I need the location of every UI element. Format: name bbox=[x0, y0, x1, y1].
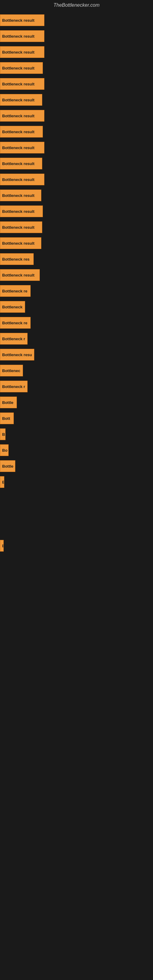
bar-row: Bottle bbox=[0, 458, 153, 474]
bar-row: Bo bbox=[0, 442, 153, 458]
bar-label: Bottleneck result bbox=[2, 82, 34, 86]
bar-label: Bottleneck r bbox=[2, 337, 25, 341]
bottleneck-bar: Bottleneck result bbox=[0, 237, 41, 249]
bar-label: Bottleneck result bbox=[2, 273, 34, 277]
bar-row: Bottleneck resu bbox=[0, 347, 153, 363]
bottleneck-bar: Bottleneck result bbox=[0, 62, 43, 74]
bar-row: Bottleneck result bbox=[0, 60, 153, 76]
bar-label: Bottleneck result bbox=[2, 130, 34, 134]
bar-row: Bottleneck bbox=[0, 299, 153, 315]
bar-row: Bott bbox=[0, 410, 153, 426]
bar-row: B bbox=[0, 426, 153, 442]
bottleneck-bar: B bbox=[0, 540, 4, 552]
bottleneck-bar: Bottleneck resu bbox=[0, 349, 34, 360]
bottleneck-bar: Bottleneck result bbox=[0, 126, 43, 137]
bar-row: Bottleneck result bbox=[0, 44, 153, 60]
bottleneck-bar: Bottleneck result bbox=[0, 142, 45, 153]
bar-row: Bottleneck r bbox=[0, 331, 153, 347]
bar-row: Bottleneck result bbox=[0, 188, 153, 204]
bottleneck-bar: B bbox=[0, 428, 5, 440]
bar-row: B bbox=[0, 538, 153, 554]
site-title: TheBottlenecker.com bbox=[0, 0, 153, 9]
bottleneck-bar: Bottleneck result bbox=[0, 269, 40, 281]
bar-label: Bottleneck r bbox=[2, 384, 25, 389]
bar-row: Bottleneck result bbox=[0, 28, 153, 44]
bar-row bbox=[0, 585, 153, 601]
bottleneck-bar: Bottleneck res bbox=[0, 253, 33, 265]
bar-label: Bottleneck result bbox=[2, 209, 34, 214]
bottleneck-bar: Bottleneck result bbox=[0, 46, 45, 58]
bar-row: Bottleneck result bbox=[0, 156, 153, 172]
bar-row: Bottleneck r bbox=[0, 379, 153, 395]
bar-label: Bo bbox=[2, 448, 7, 453]
bar-label: Bottle bbox=[2, 464, 13, 469]
bar-row: B bbox=[0, 474, 153, 490]
bottleneck-bar: B bbox=[0, 476, 4, 488]
bar-label: Bottleneck result bbox=[2, 98, 34, 102]
bar-label: Bottleneck result bbox=[2, 241, 34, 246]
bar-label: Bottleneck re bbox=[2, 289, 27, 293]
bar-label: Bottleneck result bbox=[2, 18, 34, 23]
bottleneck-bar: Bott bbox=[0, 412, 14, 424]
bar-row: Bottleneck result bbox=[0, 172, 153, 188]
bar-label: Bottleneck result bbox=[2, 114, 34, 118]
bar-row bbox=[0, 506, 153, 522]
bar-label: Bottleneck re bbox=[2, 321, 27, 325]
bottleneck-bar: Bottleneck result bbox=[0, 205, 43, 217]
bar-row: Bottleneck result bbox=[0, 267, 153, 283]
bar-row: Bottlenec bbox=[0, 363, 153, 379]
bar-row: Bottleneck result bbox=[0, 219, 153, 235]
bar-row: Bottleneck result bbox=[0, 124, 153, 140]
bottleneck-bar: Bottleneck result bbox=[0, 158, 42, 169]
bottleneck-bar: Bottleneck result bbox=[0, 221, 42, 233]
bottleneck-bar: Bottleneck re bbox=[0, 317, 30, 329]
bar-row: Bottleneck result bbox=[0, 76, 153, 92]
bar-row: Bottle bbox=[0, 395, 153, 410]
bar-label: Bottle bbox=[2, 400, 13, 405]
bar-row: Bottleneck result bbox=[0, 12, 153, 28]
bottleneck-bar: Bottleneck result bbox=[0, 110, 45, 122]
bar-label: Bottleneck result bbox=[2, 161, 34, 166]
bottleneck-bar: Bottleneck result bbox=[0, 30, 45, 42]
bar-label: Bott bbox=[2, 416, 10, 421]
bottleneck-bar: Bottleneck r bbox=[0, 381, 27, 392]
bar-label: Bottleneck result bbox=[2, 145, 34, 150]
bar-label: B bbox=[2, 544, 4, 548]
bottleneck-bar: Bottleneck result bbox=[0, 189, 41, 201]
bar-row: Bottleneck result bbox=[0, 235, 153, 251]
bottleneck-bar: Bottleneck bbox=[0, 301, 25, 313]
bar-row: Bottleneck re bbox=[0, 283, 153, 299]
bar-row: Bottleneck result bbox=[0, 108, 153, 124]
bottleneck-bar: Bottleneck result bbox=[0, 94, 42, 106]
bar-label: Bottleneck result bbox=[2, 225, 34, 230]
bottleneck-bar: Bottleneck r bbox=[0, 333, 27, 345]
bar-label: Bottleneck result bbox=[2, 34, 34, 38]
bottleneck-bar: Bottleneck result bbox=[0, 14, 45, 26]
bar-row: Bottleneck result bbox=[0, 204, 153, 219]
bar-row bbox=[0, 570, 153, 585]
bar-label: Bottleneck bbox=[2, 305, 22, 309]
bar-label: Bottleneck result bbox=[2, 66, 34, 70]
bar-label: B bbox=[2, 480, 4, 485]
bar-label: Bottleneck result bbox=[2, 193, 34, 198]
bar-label: Bottleneck res bbox=[2, 257, 30, 261]
bar-row: Bottleneck res bbox=[0, 251, 153, 267]
bar-label: Bottlenec bbox=[2, 368, 20, 373]
bottleneck-bar: Bottle bbox=[0, 460, 15, 472]
bottleneck-bar: Bo bbox=[0, 444, 9, 456]
bar-row bbox=[0, 554, 153, 570]
bars-container: Bottleneck resultBottleneck resultBottle… bbox=[0, 9, 153, 605]
bottleneck-bar: Bottlenec bbox=[0, 365, 23, 376]
bar-row: Bottleneck result bbox=[0, 92, 153, 108]
bottleneck-bar: Bottle bbox=[0, 396, 17, 408]
bar-row: Bottleneck re bbox=[0, 315, 153, 331]
bottleneck-bar: Bottleneck re bbox=[0, 285, 30, 297]
bar-label: Bottleneck result bbox=[2, 177, 34, 182]
bottleneck-bar: Bottleneck result bbox=[0, 78, 45, 90]
bar-label: Bottleneck result bbox=[2, 50, 34, 54]
bar-label: B bbox=[2, 432, 5, 437]
bar-label: Bottleneck resu bbox=[2, 353, 32, 357]
bottleneck-bar: Bottleneck result bbox=[0, 173, 45, 185]
bar-row bbox=[0, 490, 153, 506]
bar-row bbox=[0, 522, 153, 538]
